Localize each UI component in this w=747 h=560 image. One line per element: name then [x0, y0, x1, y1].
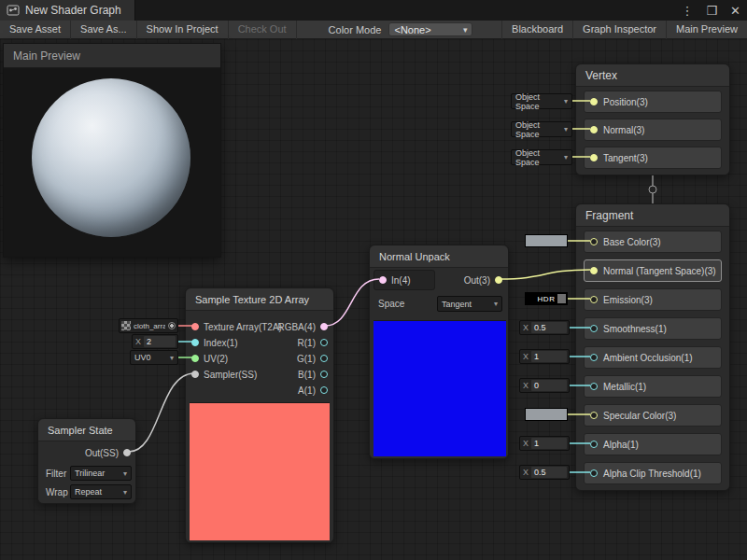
filter-dropdown[interactable]: Trilinear [70, 466, 132, 481]
port-index[interactable] [191, 339, 199, 346]
block-row-smoothness[interactable]: Smoothness(1) [584, 317, 722, 340]
block-row-ambient-occlusion[interactable]: Ambient Occlusion(1) [584, 346, 722, 369]
slot-label: A(1) [298, 385, 316, 396]
emission-hdr-swatch[interactable]: HDR [525, 292, 568, 305]
port-b[interactable] [320, 371, 328, 378]
object-picker-icon[interactable] [168, 322, 176, 329]
port-texture-array[interactable] [191, 323, 199, 330]
ambient-occlusion-value[interactable]: 1 [531, 351, 567, 362]
color-mode-dropdown[interactable]: <None> ▾ [388, 22, 472, 36]
block-row-normal-tangent-space[interactable]: Normal (Tangent Space)(3) [584, 259, 722, 282]
node-sample-texture-2d-array[interactable]: Sample Texture 2D Array Texture Array(T2… [185, 287, 334, 543]
block-label: Smoothness(1) [603, 324, 667, 334]
check-out-button[interactable]: Check Out [229, 21, 297, 39]
smoothness-value-field[interactable]: X 0.5 [519, 320, 570, 335]
wrap-dropdown[interactable]: Repeat [70, 484, 132, 499]
port-rgba[interactable] [320, 323, 328, 330]
port-alpha[interactable] [590, 441, 598, 448]
tab-new-shader-graph[interactable]: New Shader Graph [0, 0, 135, 21]
alpha-clip-value-field[interactable]: X 0.5 [519, 465, 570, 480]
fragment-node-title[interactable]: Fragment [576, 204, 729, 227]
slot-out-ss: Out(SS) [85, 445, 131, 460]
object-space-dropdown-tangent[interactable]: Object Space [511, 149, 572, 165]
node-fragment[interactable]: Fragment Base Color(3) Normal (Tangent S… [575, 203, 730, 491]
block-label: Base Color(3) [603, 237, 661, 247]
block-row-specular-color[interactable]: Specular Color(3) [584, 404, 722, 427]
color-picker-icon[interactable] [557, 294, 566, 303]
main-preview-button[interactable]: Main Preview [666, 21, 747, 39]
block-row-metallic[interactable]: Metallic(1) [584, 375, 722, 398]
graph-canvas[interactable]: Main Preview Vertex Position(3) Normal(3… [0, 39, 747, 560]
port-alpha-clip[interactable] [590, 469, 598, 477]
preview-sphere[interactable] [32, 78, 190, 237]
port-ambient-occlusion[interactable] [590, 354, 598, 361]
block-row-normal[interactable]: Normal(3) [584, 119, 722, 141]
space-dropdown[interactable]: Tangent [437, 296, 502, 312]
slot-label: Texture Array(T2A) [204, 322, 282, 332]
filter-value: Trilinear [75, 469, 105, 478]
vertex-node-title[interactable]: Vertex [576, 64, 729, 87]
slot-g: G(1) [297, 351, 328, 366]
port-metallic[interactable] [590, 383, 598, 390]
port-g[interactable] [320, 355, 328, 362]
alpha-clip-value[interactable]: 0.5 [531, 467, 567, 478]
sample-texture-preview [190, 402, 330, 540]
sample-node-title[interactable]: Sample Texture 2D Array [186, 288, 333, 311]
normal-unpack-title[interactable]: Normal Unpack [370, 245, 508, 268]
port-in[interactable] [379, 276, 387, 284]
block-row-emission[interactable]: Emission(3) [584, 288, 722, 311]
block-row-alpha-clip-threshold[interactable]: Alpha Clip Threshold(1) [584, 462, 722, 484]
blackboard-button[interactable]: Blackboard [501, 21, 572, 39]
sampler-state-title[interactable]: Sampler State [38, 419, 135, 441]
port-a[interactable] [320, 386, 328, 394]
maximize-icon[interactable]: ❒ [699, 4, 724, 18]
x-label: X [520, 381, 531, 390]
object-space-dropdown-normal[interactable]: Object Space [511, 121, 572, 137]
metallic-value[interactable]: 0 [531, 380, 567, 391]
index-value[interactable]: 2 [144, 336, 176, 347]
x-label: X [520, 439, 531, 448]
save-as-button[interactable]: Save As... [71, 21, 137, 39]
show-in-project-button[interactable]: Show In Project [137, 21, 229, 39]
port-r[interactable] [320, 339, 328, 346]
close-icon[interactable]: ✕ [724, 4, 747, 18]
graph-inspector-button[interactable]: Graph Inspector [572, 21, 666, 39]
index-value-field[interactable]: X 2 [132, 334, 178, 349]
block-row-position[interactable]: Position(3) [584, 91, 722, 113]
port-specular-color[interactable] [590, 412, 598, 419]
block-label: Normal(3) [603, 125, 644, 135]
port-normal-tangent[interactable] [590, 267, 598, 274]
block-row-tangent[interactable]: Tangent(3) [584, 147, 722, 169]
smoothness-value[interactable]: 0.5 [531, 322, 567, 333]
metallic-value-field[interactable]: X 0 [519, 378, 570, 393]
alpha-value-field[interactable]: X 1 [519, 436, 570, 451]
object-space-label: Object Space [515, 120, 560, 139]
save-asset-button[interactable]: Save Asset [0, 21, 71, 39]
base-color-swatch[interactable] [525, 234, 568, 247]
specular-color-swatch[interactable] [525, 408, 568, 421]
port-emission[interactable] [590, 296, 598, 303]
node-sampler-state[interactable]: Sampler State Out(SS) Filter Trilinear W… [37, 418, 136, 504]
uv-channel-dropdown[interactable]: UV0 [130, 350, 178, 365]
slot-out: Out(3) [464, 270, 502, 290]
block-row-base-color[interactable]: Base Color(3) [584, 231, 722, 253]
node-vertex[interactable]: Vertex Position(3) Normal(3) Tangent(3) [575, 63, 730, 175]
port-sampler[interactable] [191, 371, 199, 378]
main-preview-panel[interactable]: Main Preview [3, 43, 221, 258]
port-normal[interactable] [590, 126, 598, 133]
ambient-occlusion-value-field[interactable]: X 1 [519, 349, 570, 364]
cloth-array-object-field[interactable]: cloth_array [119, 318, 178, 333]
main-preview-viewport[interactable] [4, 68, 220, 257]
node-normal-unpack[interactable]: Normal Unpack In(4) Out(3) Space Tangent [369, 245, 509, 459]
more-icon[interactable]: ⋮ [674, 4, 699, 18]
port-uv[interactable] [191, 355, 199, 362]
port-base-color[interactable] [590, 238, 598, 245]
port-position[interactable] [590, 98, 598, 105]
port-tangent[interactable] [590, 154, 598, 161]
port-out-ss[interactable] [123, 449, 131, 456]
object-space-dropdown-position[interactable]: Object Space [511, 93, 572, 109]
port-out[interactable] [495, 276, 502, 284]
block-row-alpha[interactable]: Alpha(1) [584, 433, 722, 455]
port-smoothness[interactable] [590, 325, 598, 332]
alpha-value[interactable]: 1 [531, 438, 567, 449]
